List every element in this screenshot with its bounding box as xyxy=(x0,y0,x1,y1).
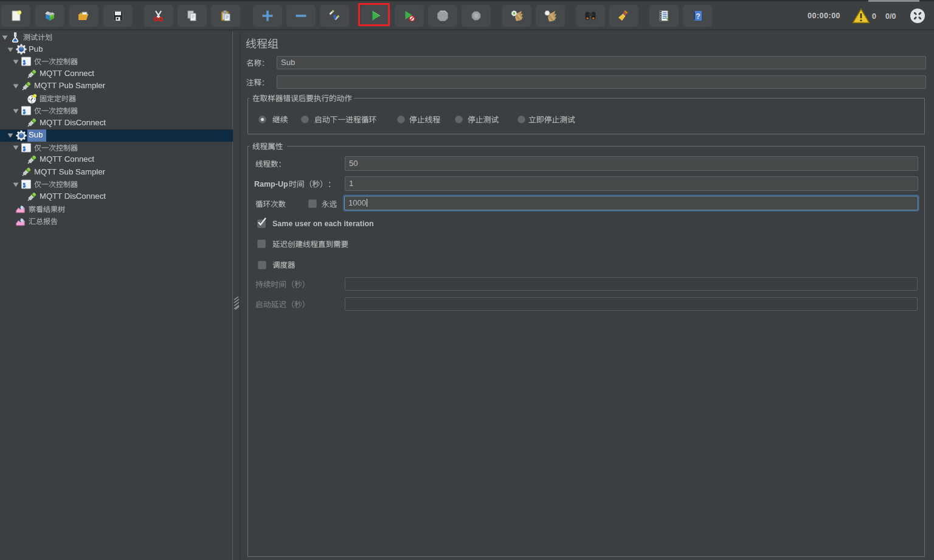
svg-text:?: ? xyxy=(696,12,700,21)
